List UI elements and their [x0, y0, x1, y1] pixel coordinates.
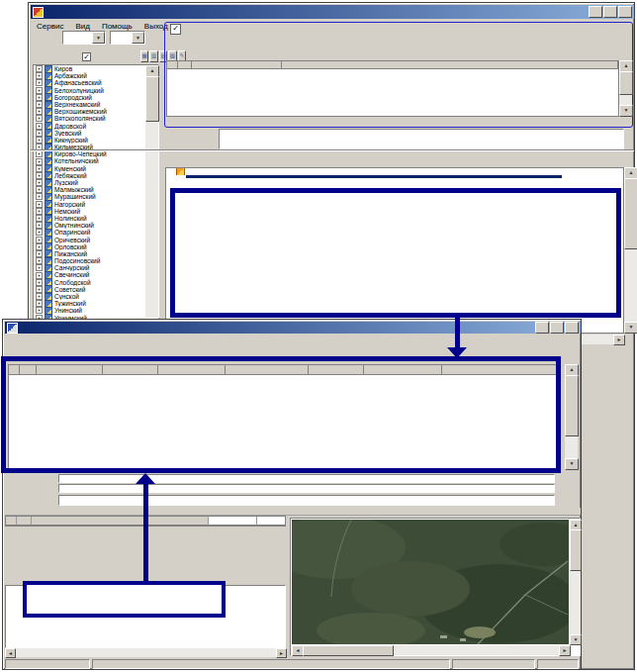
expand-icon[interactable]: + [36, 300, 43, 307]
task-root-row[interactable] [166, 168, 623, 175]
region-tree-item[interactable]: + Свечинский [34, 271, 158, 278]
expand-icon[interactable]: + [36, 65, 43, 72]
close-icon[interactable] [618, 6, 632, 18]
expand-icon[interactable]: + [36, 293, 43, 300]
method-field[interactable] [58, 495, 555, 506]
expand-icon[interactable]: + [36, 215, 43, 222]
expand-icon[interactable]: + [36, 272, 43, 279]
expand-icon[interactable]: + [36, 150, 43, 157]
desc-field[interactable] [58, 484, 555, 493]
main-titlebar[interactable] [31, 5, 634, 19]
expand-icon[interactable]: + [36, 87, 43, 94]
expand-icon[interactable]: + [36, 130, 43, 137]
expand-icon[interactable]: + [36, 257, 43, 264]
region-tree-item[interactable]: + Омутнинский [34, 222, 158, 229]
region-tree[interactable]: + Киров + Арбажский + Афанасьевский + Бе… [33, 64, 159, 330]
region-tree-item[interactable]: + Арбажский [34, 72, 158, 79]
expand-icon[interactable]: + [36, 108, 43, 115]
menu-item[interactable]: Вид [69, 22, 95, 31]
expand-icon[interactable]: + [36, 243, 43, 250]
subject-rf-list[interactable] [219, 129, 624, 149]
include-checkbox[interactable]: ✓ [82, 52, 91, 61]
region-tree-item[interactable]: + Нагорский [34, 201, 158, 208]
calc-titlebar[interactable] [5, 322, 581, 334]
minimize-icon[interactable] [589, 6, 602, 18]
period-type-select[interactable]: ▼ [62, 31, 106, 45]
menu-item[interactable]: Сервис [31, 22, 69, 31]
expand-icon[interactable]: + [36, 94, 43, 101]
region-tree-item[interactable]: + Слободской [34, 279, 158, 286]
region-tree-item[interactable]: + Белохолуницкий [34, 87, 158, 94]
region-tree-item[interactable]: + Мурашинский [34, 193, 158, 200]
region-tree-item[interactable]: + Санчурский [34, 264, 158, 271]
region-tree-item[interactable]: + Кикнурский [34, 137, 158, 144]
expand-icon[interactable]: + [36, 279, 43, 286]
region-tree-item[interactable]: + Зуевский [34, 130, 158, 137]
map-scrollbar-v[interactable]: ▲ ▼ [570, 520, 581, 644]
expand-icon[interactable]: + [36, 222, 43, 229]
tasks-scrollbar-v[interactable]: ▲ ▼ [624, 167, 637, 334]
region-tree-item[interactable]: + Богородский [34, 94, 158, 101]
region-tree-scrollbar[interactable]: ▲ ▼ [145, 65, 158, 329]
region-tree-item[interactable]: + Даровской [34, 123, 158, 130]
region-tree-item[interactable]: + Подосиновский [34, 257, 158, 264]
expand-icon[interactable]: + [36, 208, 43, 215]
region-tree-item[interactable]: + Кирово-Чепецкий [34, 150, 158, 157]
expand-icon[interactable]: + [36, 115, 43, 122]
region-tree-item[interactable]: + Афанасьевский [34, 79, 158, 86]
region-tree-item[interactable]: + Тужинский [34, 300, 158, 307]
map-pane[interactable]: ▲ ▼ ◄ ► [290, 518, 581, 656]
calc-table-scrollbar[interactable]: ▲ ▼ [565, 364, 578, 469]
column-name[interactable] [282, 61, 618, 69]
expand-icon[interactable]: + [36, 72, 43, 79]
expand-icon[interactable]: + [36, 165, 43, 172]
nature-users-table[interactable] [166, 60, 619, 117]
column-code[interactable] [192, 61, 282, 69]
expand-icon[interactable]: + [36, 158, 43, 165]
region-tree-item[interactable]: + Киров [34, 65, 158, 72]
mini-tool-icon[interactable]: ▥ [149, 50, 157, 62]
restore-icon[interactable] [550, 322, 564, 334]
region-tree-item[interactable]: + Орловский [34, 243, 158, 250]
expand-icon[interactable]: + [36, 186, 43, 193]
chevron-down-icon[interactable]: ▼ [92, 32, 105, 44]
region-tree-item[interactable]: + Унинский [34, 307, 158, 314]
region-tree-item[interactable]: + Лузский [34, 179, 158, 186]
expand-icon[interactable]: + [36, 229, 43, 236]
region-tree-item[interactable]: + Пижанский [34, 250, 158, 257]
expand-icon[interactable]: + [36, 250, 43, 257]
region-tree-item[interactable]: + Котельничский [34, 157, 158, 164]
region-tree-item[interactable]: + Вятскополянский [34, 115, 158, 122]
expand-icon[interactable]: + [36, 264, 43, 271]
region-tree-item[interactable]: + Опаринский [34, 229, 158, 236]
nature-table-scrollbar[interactable]: ▲ ▼ [619, 60, 632, 117]
mini-tool-icon[interactable]: ▦ [140, 50, 148, 62]
satellite-map[interactable] [292, 520, 569, 644]
expand-icon[interactable]: + [36, 201, 43, 208]
expand-icon[interactable]: + [36, 123, 43, 130]
map-scrollbar-h[interactable]: ◄ ► [292, 645, 570, 655]
expand-icon[interactable]: + [36, 172, 43, 179]
place-field[interactable] [58, 474, 555, 483]
region-tree-item[interactable]: + Советский [34, 286, 158, 293]
expand-icon[interactable]: + [36, 79, 43, 86]
region-tree-item[interactable]: + Куменский [34, 165, 158, 172]
quant-col-name[interactable] [32, 517, 209, 526]
quant-col-unit[interactable] [257, 517, 286, 526]
expand-icon[interactable]: + [36, 307, 43, 314]
expand-icon[interactable]: + [36, 101, 43, 108]
quant-col-value[interactable] [209, 517, 257, 526]
region-tree-item[interactable]: + Нолинский [34, 215, 158, 222]
region-tree-item[interactable]: + Верхнекамский [34, 101, 158, 108]
region-tree-item[interactable]: + Оричевский [34, 237, 158, 243]
expand-icon[interactable]: + [36, 179, 43, 186]
region-tree-item[interactable]: + Лебяжский [34, 172, 158, 179]
region-tree-item[interactable]: + Малмыжский [34, 186, 158, 193]
period-year-select[interactable]: ▼ [110, 31, 145, 45]
expand-icon[interactable]: + [36, 237, 43, 243]
restore-icon[interactable] [603, 6, 617, 18]
region-tree-item[interactable]: + Немский [34, 208, 158, 215]
expand-icon[interactable]: + [36, 193, 43, 200]
region-tree-item[interactable]: + Верхошижемский [34, 108, 158, 115]
expand-icon[interactable]: + [36, 286, 43, 293]
